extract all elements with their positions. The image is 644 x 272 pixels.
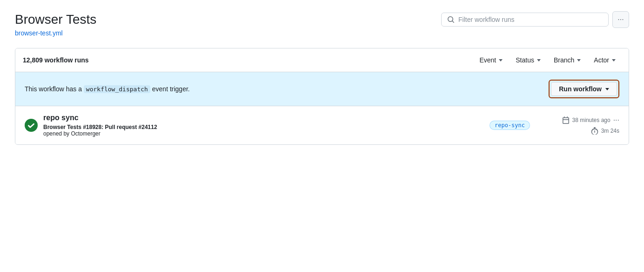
- run-subtitle-strong: Browser Tests #18928: Pull request #2411…: [43, 124, 157, 130]
- status-filter-button[interactable]: Status: [510, 54, 546, 66]
- run-branch-badge[interactable]: repo-sync: [490, 121, 530, 130]
- run-info: repo sync Browser Tests #18928: Pull req…: [43, 114, 480, 137]
- calendar-icon: [562, 116, 570, 124]
- event-chevron-icon: [499, 59, 503, 61]
- workflow-count: 12,809 workflow runs: [23, 56, 89, 64]
- run-duration-row: 3m 24s: [591, 127, 619, 135]
- event-filter-button[interactable]: Event: [474, 54, 508, 66]
- workflow-runs-panel: 12,809 workflow runs Event Status Branch…: [15, 48, 629, 145]
- dispatch-code: workflow_dispatch: [84, 85, 150, 93]
- filter-buttons: Event Status Branch Actor: [474, 54, 621, 66]
- toolbar-row: 12,809 workflow runs Event Status Branch…: [15, 48, 629, 72]
- branch-filter-button[interactable]: Branch: [548, 54, 586, 66]
- page-header: Browser Tests browser-test.yml ···: [15, 11, 629, 37]
- run-workflow-button[interactable]: Run workflow: [551, 82, 617, 96]
- event-filter-label: Event: [479, 56, 496, 64]
- run-workflow-chevron-icon: [605, 88, 609, 90]
- branch-chevron-icon: [577, 59, 581, 61]
- dispatch-banner: This workflow has a workflow_dispatch ev…: [15, 72, 629, 106]
- page-title: Browser Tests: [15, 11, 96, 27]
- run-options-button[interactable]: ···: [613, 116, 619, 124]
- workflow-file-link[interactable]: browser-test.yml: [15, 29, 63, 37]
- status-chevron-icon: [537, 59, 541, 61]
- header-left: Browser Tests browser-test.yml: [15, 11, 96, 37]
- branch-filter-label: Branch: [554, 56, 574, 64]
- stopwatch-icon: [591, 127, 598, 135]
- svg-point-0: [25, 119, 38, 132]
- dispatch-text: This workflow has a workflow_dispatch ev…: [25, 85, 190, 93]
- search-icon: [447, 16, 455, 23]
- success-status-icon: [25, 119, 38, 132]
- actor-filter-button[interactable]: Actor: [588, 54, 621, 66]
- run-duration: 3m 24s: [601, 128, 619, 134]
- run-time: 38 minutes ago: [572, 117, 610, 123]
- run-workflow-button-wrapper: Run workflow: [549, 80, 619, 98]
- search-input[interactable]: [458, 16, 603, 23]
- table-row: repo sync Browser Tests #18928: Pull req…: [15, 106, 629, 144]
- run-workflow-label: Run workflow: [559, 85, 602, 93]
- search-box: [441, 13, 609, 27]
- run-time-row: 38 minutes ago ···: [562, 116, 619, 124]
- run-subtitle2: opened by Octomerger: [43, 130, 101, 137]
- status-filter-label: Status: [516, 56, 534, 64]
- run-meta: 38 minutes ago ··· 3m 24s: [536, 116, 619, 135]
- actor-chevron-icon: [612, 59, 616, 61]
- header-right: ···: [441, 11, 629, 28]
- more-icon: ···: [617, 15, 624, 24]
- dispatch-text-after: event trigger.: [152, 85, 190, 93]
- run-title: repo sync: [43, 114, 480, 122]
- actor-filter-label: Actor: [594, 56, 609, 64]
- more-options-button[interactable]: ···: [612, 11, 629, 28]
- dispatch-text-before: This workflow has a: [25, 85, 82, 93]
- run-subtitle: Browser Tests #18928: Pull request #2411…: [43, 124, 480, 137]
- run-opened-by: opened by Octomerger: [43, 130, 101, 137]
